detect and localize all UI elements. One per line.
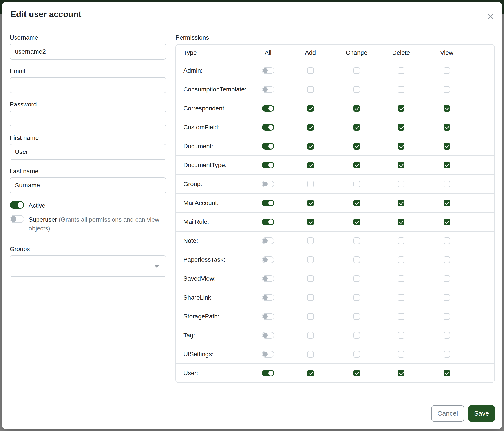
permission-change-checkbox[interactable]: [353, 181, 360, 187]
permission-view-checkbox[interactable]: [443, 219, 450, 225]
permission-delete-checkbox[interactable]: [398, 200, 404, 206]
permission-change-checkbox[interactable]: [353, 332, 360, 339]
toggle-knob: [269, 201, 273, 205]
permission-all-toggle[interactable]: [262, 219, 274, 225]
permission-change-checkbox[interactable]: [353, 124, 360, 131]
save-button[interactable]: Save: [468, 405, 495, 422]
permission-view-checkbox[interactable]: [443, 294, 450, 301]
permission-change-checkbox[interactable]: [353, 237, 360, 244]
permission-view-checkbox[interactable]: [443, 200, 450, 206]
permission-add-checkbox[interactable]: [307, 332, 314, 339]
permission-delete-checkbox[interactable]: [398, 237, 404, 244]
permission-delete-checkbox[interactable]: [398, 181, 404, 187]
permission-add-checkbox[interactable]: [307, 143, 314, 150]
toggle-knob: [263, 182, 268, 187]
permission-all-toggle[interactable]: [262, 143, 274, 150]
permission-view-checkbox[interactable]: [443, 67, 450, 74]
password-field[interactable]: [10, 111, 166, 126]
permission-view-checkbox[interactable]: [443, 313, 450, 320]
permission-view-checkbox[interactable]: [443, 332, 450, 339]
permission-all-toggle[interactable]: [262, 275, 274, 282]
email-field[interactable]: [10, 77, 166, 93]
permission-delete-checkbox[interactable]: [398, 256, 404, 263]
permission-change-checkbox[interactable]: [353, 86, 360, 93]
permission-view-checkbox[interactable]: [443, 86, 450, 93]
permission-all-toggle[interactable]: [262, 200, 274, 206]
username-group: Username: [10, 34, 166, 60]
permission-add-checkbox[interactable]: [307, 124, 314, 131]
permission-all-toggle[interactable]: [262, 332, 274, 339]
permission-add-checkbox[interactable]: [307, 237, 314, 244]
permission-delete-checkbox[interactable]: [398, 294, 404, 301]
permission-change-checkbox[interactable]: [353, 370, 360, 377]
permission-all-toggle[interactable]: [262, 105, 274, 112]
permission-view-checkbox[interactable]: [443, 162, 450, 169]
permission-view-checkbox[interactable]: [443, 124, 450, 131]
permission-add-checkbox[interactable]: [307, 200, 314, 206]
permission-delete-checkbox[interactable]: [398, 370, 404, 377]
permission-view-checkbox[interactable]: [443, 181, 450, 187]
permission-delete-checkbox[interactable]: [398, 219, 404, 225]
permission-all-toggle[interactable]: [262, 124, 274, 131]
permission-all-toggle[interactable]: [262, 181, 274, 187]
permission-delete-checkbox[interactable]: [398, 86, 404, 93]
permission-all-toggle[interactable]: [262, 294, 274, 301]
permission-change-checkbox[interactable]: [353, 294, 360, 301]
permission-change-checkbox[interactable]: [353, 105, 360, 112]
permission-change-checkbox[interactable]: [353, 200, 360, 206]
permission-view-checkbox[interactable]: [443, 370, 450, 377]
permission-all-toggle[interactable]: [262, 256, 274, 263]
permission-delete-checkbox[interactable]: [398, 143, 404, 150]
permission-add-checkbox[interactable]: [307, 181, 314, 187]
permission-all-toggle[interactable]: [262, 313, 274, 320]
permission-delete-checkbox[interactable]: [398, 67, 404, 74]
permission-change-checkbox[interactable]: [353, 313, 360, 320]
first-name-field[interactable]: [10, 144, 166, 160]
superuser-toggle[interactable]: [10, 215, 24, 223]
permission-delete-checkbox[interactable]: [398, 124, 404, 131]
permission-add-checkbox[interactable]: [307, 275, 314, 282]
permission-add-checkbox[interactable]: [307, 256, 314, 263]
permission-change-checkbox[interactable]: [353, 256, 360, 263]
active-toggle[interactable]: [10, 201, 24, 209]
permission-delete-checkbox[interactable]: [398, 332, 404, 339]
permission-all-toggle[interactable]: [262, 237, 274, 244]
permission-add-checkbox[interactable]: [307, 86, 314, 93]
permission-change-checkbox[interactable]: [353, 143, 360, 150]
permission-add-checkbox[interactable]: [307, 313, 314, 320]
permission-view-checkbox[interactable]: [443, 105, 450, 112]
permission-change-checkbox[interactable]: [353, 162, 360, 169]
permission-delete-checkbox[interactable]: [398, 351, 404, 358]
permission-add-checkbox[interactable]: [307, 105, 314, 112]
chevron-down-icon: [154, 265, 159, 268]
permission-view-checkbox[interactable]: [443, 351, 450, 358]
permission-add-checkbox[interactable]: [307, 67, 314, 74]
permission-add-checkbox[interactable]: [307, 370, 314, 377]
permission-add-checkbox[interactable]: [307, 294, 314, 301]
permission-delete-checkbox[interactable]: [398, 313, 404, 320]
permission-change-checkbox[interactable]: [353, 67, 360, 74]
username-input[interactable]: [10, 44, 166, 60]
permission-add-checkbox[interactable]: [307, 219, 314, 225]
permission-all-toggle[interactable]: [262, 351, 274, 358]
permission-add-checkbox[interactable]: [307, 351, 314, 358]
permission-all-toggle[interactable]: [262, 370, 274, 377]
cancel-button[interactable]: Cancel: [432, 405, 464, 422]
permission-add-checkbox[interactable]: [307, 162, 314, 169]
permission-all-toggle[interactable]: [262, 86, 274, 93]
last-name-field[interactable]: [10, 178, 166, 193]
permission-delete-checkbox[interactable]: [398, 162, 404, 169]
permission-all-toggle[interactable]: [262, 162, 274, 169]
permission-change-checkbox[interactable]: [353, 275, 360, 282]
permission-view-checkbox[interactable]: [443, 275, 450, 282]
permission-delete-checkbox[interactable]: [398, 105, 404, 112]
permission-change-checkbox[interactable]: [353, 351, 360, 358]
close-button[interactable]: ×: [487, 12, 494, 21]
permission-delete-checkbox[interactable]: [398, 275, 404, 282]
permission-view-checkbox[interactable]: [443, 237, 450, 244]
permission-change-checkbox[interactable]: [353, 219, 360, 225]
groups-select[interactable]: [10, 255, 166, 277]
permission-all-toggle[interactable]: [262, 67, 274, 74]
permission-view-checkbox[interactable]: [443, 143, 450, 150]
permission-view-checkbox[interactable]: [443, 256, 450, 263]
